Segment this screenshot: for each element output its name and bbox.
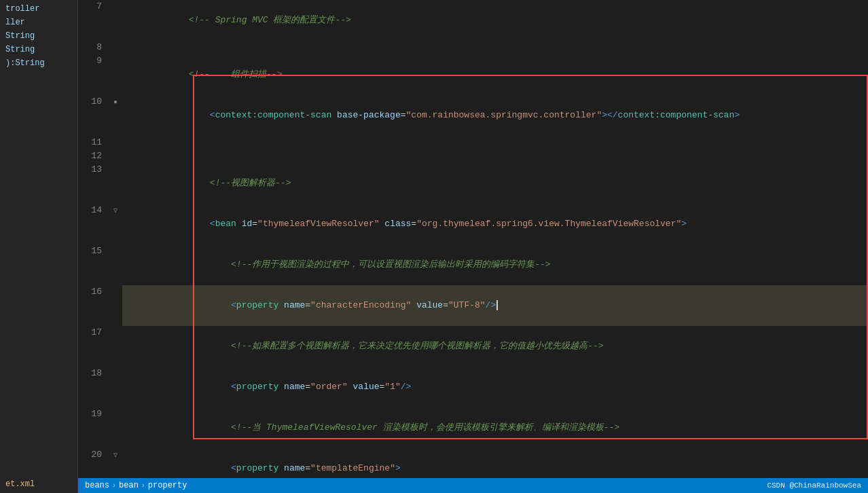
line-gutter (109, 149, 122, 163)
xml-bracket: > (395, 463, 401, 473)
line-number: 14 (78, 204, 109, 244)
attr-name: class (384, 219, 411, 229)
xml-bracket: < (231, 300, 236, 310)
attr-name: name (284, 463, 305, 473)
line-content (122, 136, 868, 149)
fold-arrow-icon[interactable]: ▽ (113, 452, 117, 459)
comment-span: <!-- Spring MVC 框架的配置文件--> (189, 15, 351, 25)
fold-arrow-icon[interactable]: ▽ (113, 207, 117, 215)
line-gutter (109, 285, 122, 326)
table-row: 8 (78, 41, 868, 54)
tag-span: property (236, 300, 278, 310)
line-content: <context:component-scan base-package="co… (122, 95, 868, 136)
line-content: <!--作用于视图渲染的过程中，可以设置视图渲染后输出时采用的编码字符集--> (122, 244, 868, 285)
line-number: 10 (78, 95, 109, 136)
tag-span: context:component-scan (618, 110, 735, 120)
line-gutter (109, 367, 122, 407)
comment-span: <!--如果配置多个视图解析器，它来决定优先使用哪个视图解析器，它的值越小优先级… (231, 341, 604, 351)
line-number: 9 (78, 54, 109, 95)
line-gutter (109, 407, 122, 448)
comment-span: <!--作用于视图渲染的过程中，可以设置视图渲染后输出时采用的编码字符集--> (231, 259, 551, 270)
xml-bracket: /> (401, 382, 412, 392)
sidebar-item-3[interactable]: String (0, 30, 77, 42)
attr-value: "thymeleafViewResolver" (257, 219, 379, 229)
line-gutter (109, 41, 122, 54)
table-row: 9 <!-- 组件扫描--> (78, 54, 868, 95)
table-row: 14 ▽ <bean id="thymeleafViewResolver" cl… (78, 204, 868, 244)
table-row: 18 <property name="order" value="1"/> (78, 367, 868, 407)
xml-bracket: < (210, 110, 215, 120)
sidebar: troller ller String String ):String et.x… (0, 0, 78, 493)
attr-value: "order" (310, 382, 348, 392)
line-number: 17 (78, 326, 109, 367)
breadcrumb: beans › bean › property (85, 481, 187, 490)
attr-name: name (284, 300, 305, 310)
cursor (496, 300, 498, 310)
line-content: <!-- Spring MVC 框架的配置文件--> (122, 0, 868, 41)
line-content: <!--当 ThymeleafViewResolver 渲染模板时，会使用该模板… (122, 407, 868, 448)
attr-name: value (416, 300, 443, 310)
attr-value: "1" (384, 382, 400, 392)
line-number: 13 (78, 163, 109, 204)
line-gutter (109, 326, 122, 367)
xml-bracket: ></ (602, 110, 617, 120)
tag-span: property (236, 463, 278, 473)
table-row: 20 ▽ <property name="templateEngine"> (78, 448, 868, 478)
line-gutter: ▽ (109, 204, 122, 244)
line-number: 12 (78, 149, 109, 163)
breadcrumb-item-bean[interactable]: bean (119, 481, 139, 490)
comment-span: <!-- 组件扫描--> (189, 69, 283, 79)
line-content: <property name="order" value="1"/> (122, 367, 868, 407)
sidebar-item-1[interactable]: troller (0, 3, 77, 15)
code-container[interactable]: 7 <!-- Spring MVC 框架的配置文件--> 8 9 (78, 0, 868, 478)
sidebar-item-5[interactable]: ):String (0, 57, 77, 69)
line-gutter (109, 136, 122, 149)
line-gutter (109, 244, 122, 285)
line-content: <!-- 组件扫描--> (122, 54, 868, 95)
line-gutter: ▽ (109, 448, 122, 478)
line-gutter (109, 163, 122, 204)
line-number: 16 (78, 285, 109, 326)
sidebar-item-2[interactable]: ller (0, 16, 77, 29)
line-number: 8 (78, 41, 109, 54)
table-row: 12 (78, 149, 868, 163)
table-row: 13 <!--视图解析器--> (78, 163, 868, 204)
editor-area: 7 <!-- Spring MVC 框架的配置文件--> 8 9 (78, 0, 868, 493)
attr-name: name (284, 382, 305, 392)
gutter-dot: ● (113, 98, 117, 106)
xml-bracket: < (210, 219, 215, 229)
line-number: 7 (78, 0, 109, 41)
line-number: 18 (78, 367, 109, 407)
comment-span: <!--视图解析器--> (210, 178, 291, 188)
sidebar-item-4[interactable]: String (0, 43, 77, 56)
breadcrumb-item-property[interactable]: property (148, 481, 187, 490)
line-gutter (109, 54, 122, 95)
code-table: 7 <!-- Spring MVC 框架的配置文件--> 8 9 (78, 0, 868, 478)
attr-value: "org.thymeleaf.spring6.view.ThymeleafVie… (416, 219, 681, 229)
breadcrumb-item-beans[interactable]: beans (85, 481, 109, 490)
breadcrumb-bar: beans › bean › property CSDN @ChinaRainb… (78, 478, 868, 493)
attr-name: value (353, 382, 380, 392)
line-content: <property name="characterEncoding" value… (122, 285, 868, 326)
table-row: 7 <!-- Spring MVC 框架的配置文件--> (78, 0, 868, 41)
attr-value: "com.rainbowsea.springmvc.controller" (406, 110, 602, 120)
tag-span: context:component-scan (215, 110, 332, 120)
tag-span: property (236, 382, 278, 392)
xml-bracket: /> (486, 300, 496, 310)
line-content (122, 41, 868, 54)
tag-span: bean (215, 219, 236, 229)
attr-value: "templateEngine" (310, 463, 395, 473)
attr-name: id (242, 219, 253, 229)
line-gutter (109, 0, 122, 41)
table-row: 19 <!--当 ThymeleafViewResolver 渲染模板时，会使用… (78, 407, 868, 448)
line-number: 20 (78, 448, 109, 478)
xml-bracket: < (231, 463, 236, 473)
line-content: <!--如果配置多个视图解析器，它来决定优先使用哪个视图解析器，它的值越小优先级… (122, 326, 868, 367)
table-row: 10 ● <context:component-scan base-packag… (78, 95, 868, 136)
line-content: <!--视图解析器--> (122, 163, 868, 204)
sidebar-file[interactable]: et.xml (0, 478, 77, 490)
table-row: 17 <!--如果配置多个视图解析器，它来决定优先使用哪个视图解析器，它的值越小… (78, 326, 868, 367)
xml-bracket: > (681, 219, 687, 229)
table-row: 15 <!--作用于视图渲染的过程中，可以设置视图渲染后输出时采用的编码字符集-… (78, 244, 868, 285)
line-number: 11 (78, 136, 109, 149)
